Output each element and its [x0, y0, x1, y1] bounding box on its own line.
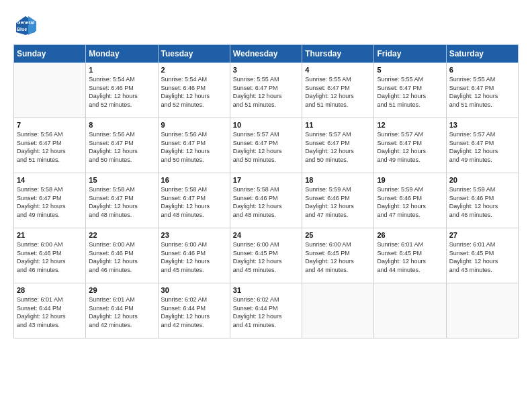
- day-number: 15: [89, 176, 154, 184]
- calendar-day-cell: 11Sunrise: 5:57 AM Sunset: 6:47 PM Dayli…: [302, 118, 374, 173]
- day-number: 16: [161, 176, 227, 184]
- calendar-day-cell: 15Sunrise: 5:58 AM Sunset: 6:47 PM Dayli…: [86, 173, 158, 228]
- calendar-day-cell: 19Sunrise: 5:59 AM Sunset: 6:46 PM Dayli…: [374, 173, 446, 228]
- calendar-day-cell: 16Sunrise: 5:58 AM Sunset: 6:47 PM Dayli…: [158, 173, 230, 228]
- svg-text:General: General: [17, 20, 34, 25]
- calendar-day-cell: 23Sunrise: 6:00 AM Sunset: 6:46 PM Dayli…: [158, 228, 230, 283]
- calendar-day-cell: 27Sunrise: 6:01 AM Sunset: 6:45 PM Dayli…: [446, 228, 518, 283]
- weekday-header: Friday: [374, 45, 446, 63]
- day-number: 21: [17, 231, 83, 239]
- day-number: 11: [305, 121, 371, 129]
- day-number: 7: [17, 121, 83, 129]
- calendar-day-cell: 31Sunrise: 6:02 AM Sunset: 6:44 PM Dayli…: [230, 283, 302, 338]
- day-number: 23: [161, 231, 227, 239]
- day-info: Sunrise: 6:02 AM Sunset: 6:44 PM Dayligh…: [233, 295, 299, 329]
- day-info: Sunrise: 5:57 AM Sunset: 6:47 PM Dayligh…: [233, 130, 299, 164]
- weekday-header: Saturday: [446, 45, 518, 63]
- day-info: Sunrise: 5:56 AM Sunset: 6:47 PM Dayligh…: [17, 130, 83, 164]
- calendar-day-cell: 2Sunrise: 5:54 AM Sunset: 6:46 PM Daylig…: [158, 63, 230, 118]
- calendar-week-row: 21Sunrise: 6:00 AM Sunset: 6:46 PM Dayli…: [14, 228, 519, 283]
- calendar-day-cell: 24Sunrise: 6:00 AM Sunset: 6:45 PM Dayli…: [230, 228, 302, 283]
- day-info: Sunrise: 5:57 AM Sunset: 6:47 PM Dayligh…: [305, 130, 371, 164]
- day-info: Sunrise: 5:57 AM Sunset: 6:47 PM Dayligh…: [449, 130, 515, 164]
- calendar-day-cell: 20Sunrise: 5:59 AM Sunset: 6:46 PM Dayli…: [446, 173, 518, 228]
- calendar-day-cell: 9Sunrise: 5:56 AM Sunset: 6:47 PM Daylig…: [158, 118, 230, 173]
- day-info: Sunrise: 6:01 AM Sunset: 6:45 PM Dayligh…: [449, 240, 515, 274]
- day-number: 19: [377, 176, 443, 184]
- calendar-day-cell: [14, 63, 86, 118]
- calendar-week-row: 28Sunrise: 6:01 AM Sunset: 6:44 PM Dayli…: [14, 283, 519, 338]
- day-number: 3: [233, 66, 299, 74]
- day-info: Sunrise: 5:54 AM Sunset: 6:46 PM Dayligh…: [89, 75, 154, 109]
- calendar-day-cell: 13Sunrise: 5:57 AM Sunset: 6:47 PM Dayli…: [446, 118, 518, 173]
- day-info: Sunrise: 5:55 AM Sunset: 6:47 PM Dayligh…: [449, 75, 515, 109]
- calendar-day-cell: 22Sunrise: 6:00 AM Sunset: 6:46 PM Dayli…: [86, 228, 158, 283]
- calendar-day-cell: 25Sunrise: 6:00 AM Sunset: 6:45 PM Dayli…: [302, 228, 374, 283]
- calendar-day-cell: [446, 283, 518, 338]
- day-number: 26: [377, 231, 443, 239]
- day-info: Sunrise: 6:00 AM Sunset: 6:45 PM Dayligh…: [305, 240, 371, 274]
- weekday-header: Monday: [86, 45, 158, 63]
- day-info: Sunrise: 5:58 AM Sunset: 6:47 PM Dayligh…: [89, 185, 154, 219]
- weekday-header: Thursday: [302, 45, 374, 63]
- calendar-week-row: 7Sunrise: 5:56 AM Sunset: 6:47 PM Daylig…: [14, 118, 519, 173]
- day-info: Sunrise: 5:58 AM Sunset: 6:47 PM Dayligh…: [17, 185, 83, 219]
- day-number: 22: [89, 231, 154, 239]
- day-info: Sunrise: 5:56 AM Sunset: 6:47 PM Dayligh…: [161, 130, 227, 164]
- day-info: Sunrise: 6:01 AM Sunset: 6:45 PM Dayligh…: [377, 240, 443, 274]
- calendar-day-cell: 5Sunrise: 5:55 AM Sunset: 6:47 PM Daylig…: [374, 63, 446, 118]
- weekday-header: Tuesday: [158, 45, 230, 63]
- day-info: Sunrise: 5:59 AM Sunset: 6:46 PM Dayligh…: [377, 185, 443, 219]
- svg-marker-1: [28, 16, 36, 35]
- calendar-day-cell: 28Sunrise: 6:01 AM Sunset: 6:44 PM Dayli…: [14, 283, 86, 338]
- day-info: Sunrise: 6:00 AM Sunset: 6:46 PM Dayligh…: [17, 240, 83, 274]
- header: General Blue: [13, 13, 519, 38]
- day-info: Sunrise: 6:01 AM Sunset: 6:44 PM Dayligh…: [17, 295, 83, 329]
- day-number: 6: [449, 66, 515, 74]
- day-info: Sunrise: 5:55 AM Sunset: 6:47 PM Dayligh…: [377, 75, 443, 109]
- day-number: 4: [305, 66, 371, 74]
- day-info: Sunrise: 6:00 AM Sunset: 6:46 PM Dayligh…: [89, 240, 154, 274]
- day-number: 31: [233, 286, 299, 294]
- calendar-day-cell: 7Sunrise: 5:56 AM Sunset: 6:47 PM Daylig…: [14, 118, 86, 173]
- day-info: Sunrise: 5:59 AM Sunset: 6:46 PM Dayligh…: [305, 185, 371, 219]
- calendar-day-cell: 4Sunrise: 5:55 AM Sunset: 6:47 PM Daylig…: [302, 63, 374, 118]
- calendar-day-cell: 6Sunrise: 5:55 AM Sunset: 6:47 PM Daylig…: [446, 63, 518, 118]
- weekday-header-row: SundayMondayTuesdayWednesdayThursdayFrid…: [14, 45, 519, 63]
- day-info: Sunrise: 5:55 AM Sunset: 6:47 PM Dayligh…: [233, 75, 299, 109]
- calendar-day-cell: 26Sunrise: 6:01 AM Sunset: 6:45 PM Dayli…: [374, 228, 446, 283]
- calendar-day-cell: 3Sunrise: 5:55 AM Sunset: 6:47 PM Daylig…: [230, 63, 302, 118]
- day-number: 5: [377, 66, 443, 74]
- day-number: 29: [89, 286, 154, 294]
- day-info: Sunrise: 6:02 AM Sunset: 6:44 PM Dayligh…: [161, 295, 227, 329]
- day-info: Sunrise: 6:00 AM Sunset: 6:46 PM Dayligh…: [161, 240, 227, 274]
- calendar-day-cell: 17Sunrise: 5:58 AM Sunset: 6:46 PM Dayli…: [230, 173, 302, 228]
- day-info: Sunrise: 5:55 AM Sunset: 6:47 PM Dayligh…: [305, 75, 371, 109]
- day-number: 8: [89, 121, 154, 129]
- day-info: Sunrise: 5:57 AM Sunset: 6:47 PM Dayligh…: [377, 130, 443, 164]
- calendar-day-cell: 29Sunrise: 6:01 AM Sunset: 6:44 PM Dayli…: [86, 283, 158, 338]
- day-number: 20: [449, 176, 515, 184]
- calendar-day-cell: 8Sunrise: 5:56 AM Sunset: 6:47 PM Daylig…: [86, 118, 158, 173]
- calendar-day-cell: 14Sunrise: 5:58 AM Sunset: 6:47 PM Dayli…: [14, 173, 86, 228]
- day-number: 24: [233, 231, 299, 239]
- weekday-header: Wednesday: [230, 45, 302, 63]
- day-info: Sunrise: 6:00 AM Sunset: 6:45 PM Dayligh…: [233, 240, 299, 274]
- day-number: 12: [377, 121, 443, 129]
- day-number: 10: [233, 121, 299, 129]
- logo: General Blue: [13, 13, 40, 38]
- calendar-day-cell: 10Sunrise: 5:57 AM Sunset: 6:47 PM Dayli…: [230, 118, 302, 173]
- calendar-day-cell: [302, 283, 374, 338]
- weekday-header: Sunday: [14, 45, 86, 63]
- day-number: 28: [17, 286, 83, 294]
- calendar-day-cell: 21Sunrise: 6:00 AM Sunset: 6:46 PM Dayli…: [14, 228, 86, 283]
- day-number: 17: [233, 176, 299, 184]
- svg-text:Blue: Blue: [17, 27, 27, 32]
- day-number: 14: [17, 176, 83, 184]
- day-number: 13: [449, 121, 515, 129]
- calendar-week-row: 1Sunrise: 5:54 AM Sunset: 6:46 PM Daylig…: [14, 63, 519, 118]
- day-info: Sunrise: 5:56 AM Sunset: 6:47 PM Dayligh…: [89, 130, 154, 164]
- day-info: Sunrise: 5:58 AM Sunset: 6:46 PM Dayligh…: [233, 185, 299, 219]
- calendar-day-cell: 30Sunrise: 6:02 AM Sunset: 6:44 PM Dayli…: [158, 283, 230, 338]
- day-number: 25: [305, 231, 371, 239]
